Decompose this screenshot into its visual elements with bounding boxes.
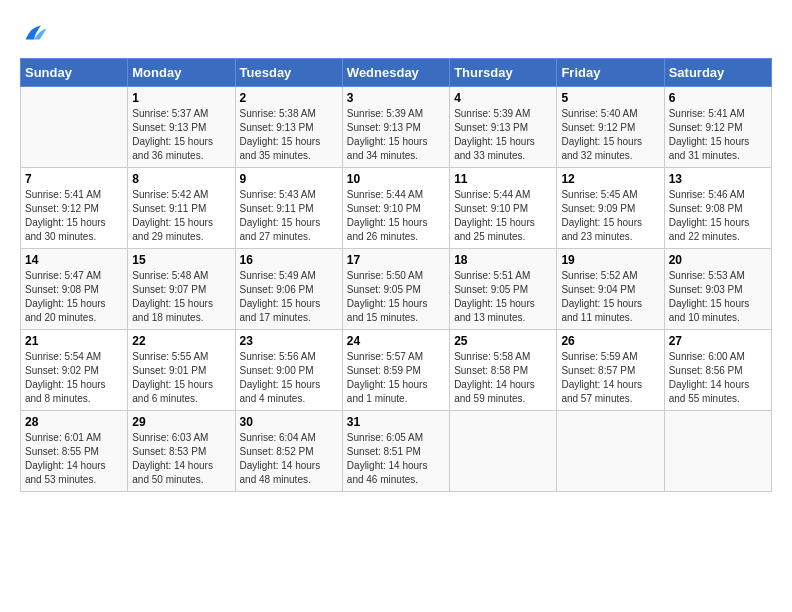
day-number: 23	[240, 334, 338, 348]
day-cell: 1Sunrise: 5:37 AM Sunset: 9:13 PM Daylig…	[128, 87, 235, 168]
day-info: Sunrise: 5:53 AM Sunset: 9:03 PM Dayligh…	[669, 269, 767, 325]
day-number: 17	[347, 253, 445, 267]
day-number: 14	[25, 253, 123, 267]
day-cell: 28Sunrise: 6:01 AM Sunset: 8:55 PM Dayli…	[21, 411, 128, 492]
day-cell: 13Sunrise: 5:46 AM Sunset: 9:08 PM Dayli…	[664, 168, 771, 249]
day-info: Sunrise: 5:50 AM Sunset: 9:05 PM Dayligh…	[347, 269, 445, 325]
day-number: 22	[132, 334, 230, 348]
day-info: Sunrise: 5:45 AM Sunset: 9:09 PM Dayligh…	[561, 188, 659, 244]
day-cell: 10Sunrise: 5:44 AM Sunset: 9:10 PM Dayli…	[342, 168, 449, 249]
day-number: 13	[669, 172, 767, 186]
logo	[20, 20, 52, 48]
day-cell: 27Sunrise: 6:00 AM Sunset: 8:56 PM Dayli…	[664, 330, 771, 411]
day-info: Sunrise: 5:39 AM Sunset: 9:13 PM Dayligh…	[454, 107, 552, 163]
day-cell: 30Sunrise: 6:04 AM Sunset: 8:52 PM Dayli…	[235, 411, 342, 492]
day-number: 8	[132, 172, 230, 186]
calendar-table: SundayMondayTuesdayWednesdayThursdayFrid…	[20, 58, 772, 492]
day-number: 3	[347, 91, 445, 105]
day-cell: 16Sunrise: 5:49 AM Sunset: 9:06 PM Dayli…	[235, 249, 342, 330]
day-info: Sunrise: 5:44 AM Sunset: 9:10 PM Dayligh…	[454, 188, 552, 244]
day-cell: 22Sunrise: 5:55 AM Sunset: 9:01 PM Dayli…	[128, 330, 235, 411]
day-info: Sunrise: 5:49 AM Sunset: 9:06 PM Dayligh…	[240, 269, 338, 325]
day-number: 10	[347, 172, 445, 186]
day-number: 11	[454, 172, 552, 186]
day-number: 9	[240, 172, 338, 186]
day-info: Sunrise: 5:48 AM Sunset: 9:07 PM Dayligh…	[132, 269, 230, 325]
day-info: Sunrise: 6:05 AM Sunset: 8:51 PM Dayligh…	[347, 431, 445, 487]
weekday-header-monday: Monday	[128, 59, 235, 87]
day-number: 30	[240, 415, 338, 429]
day-info: Sunrise: 5:54 AM Sunset: 9:02 PM Dayligh…	[25, 350, 123, 406]
day-info: Sunrise: 5:55 AM Sunset: 9:01 PM Dayligh…	[132, 350, 230, 406]
weekday-header-tuesday: Tuesday	[235, 59, 342, 87]
day-cell: 21Sunrise: 5:54 AM Sunset: 9:02 PM Dayli…	[21, 330, 128, 411]
day-info: Sunrise: 5:41 AM Sunset: 9:12 PM Dayligh…	[669, 107, 767, 163]
day-number: 21	[25, 334, 123, 348]
day-number: 27	[669, 334, 767, 348]
header	[20, 20, 772, 48]
logo-bird-icon	[20, 20, 48, 48]
day-number: 29	[132, 415, 230, 429]
day-number: 15	[132, 253, 230, 267]
day-info: Sunrise: 5:39 AM Sunset: 9:13 PM Dayligh…	[347, 107, 445, 163]
day-number: 26	[561, 334, 659, 348]
day-number: 1	[132, 91, 230, 105]
day-info: Sunrise: 6:01 AM Sunset: 8:55 PM Dayligh…	[25, 431, 123, 487]
week-row-5: 28Sunrise: 6:01 AM Sunset: 8:55 PM Dayli…	[21, 411, 772, 492]
day-number: 25	[454, 334, 552, 348]
day-cell: 31Sunrise: 6:05 AM Sunset: 8:51 PM Dayli…	[342, 411, 449, 492]
day-info: Sunrise: 5:58 AM Sunset: 8:58 PM Dayligh…	[454, 350, 552, 406]
day-info: Sunrise: 5:59 AM Sunset: 8:57 PM Dayligh…	[561, 350, 659, 406]
day-cell: 4Sunrise: 5:39 AM Sunset: 9:13 PM Daylig…	[450, 87, 557, 168]
day-cell	[664, 411, 771, 492]
day-number: 4	[454, 91, 552, 105]
day-number: 28	[25, 415, 123, 429]
day-info: Sunrise: 5:47 AM Sunset: 9:08 PM Dayligh…	[25, 269, 123, 325]
day-number: 6	[669, 91, 767, 105]
day-number: 24	[347, 334, 445, 348]
day-cell: 11Sunrise: 5:44 AM Sunset: 9:10 PM Dayli…	[450, 168, 557, 249]
day-cell: 20Sunrise: 5:53 AM Sunset: 9:03 PM Dayli…	[664, 249, 771, 330]
day-cell: 25Sunrise: 5:58 AM Sunset: 8:58 PM Dayli…	[450, 330, 557, 411]
week-row-1: 1Sunrise: 5:37 AM Sunset: 9:13 PM Daylig…	[21, 87, 772, 168]
day-info: Sunrise: 6:03 AM Sunset: 8:53 PM Dayligh…	[132, 431, 230, 487]
weekday-header-wednesday: Wednesday	[342, 59, 449, 87]
day-cell: 7Sunrise: 5:41 AM Sunset: 9:12 PM Daylig…	[21, 168, 128, 249]
day-number: 7	[25, 172, 123, 186]
day-number: 19	[561, 253, 659, 267]
day-info: Sunrise: 5:43 AM Sunset: 9:11 PM Dayligh…	[240, 188, 338, 244]
day-number: 5	[561, 91, 659, 105]
day-cell: 3Sunrise: 5:39 AM Sunset: 9:13 PM Daylig…	[342, 87, 449, 168]
day-info: Sunrise: 5:51 AM Sunset: 9:05 PM Dayligh…	[454, 269, 552, 325]
week-row-3: 14Sunrise: 5:47 AM Sunset: 9:08 PM Dayli…	[21, 249, 772, 330]
day-info: Sunrise: 5:41 AM Sunset: 9:12 PM Dayligh…	[25, 188, 123, 244]
day-info: Sunrise: 5:52 AM Sunset: 9:04 PM Dayligh…	[561, 269, 659, 325]
week-row-2: 7Sunrise: 5:41 AM Sunset: 9:12 PM Daylig…	[21, 168, 772, 249]
day-info: Sunrise: 5:57 AM Sunset: 8:59 PM Dayligh…	[347, 350, 445, 406]
day-number: 18	[454, 253, 552, 267]
day-info: Sunrise: 5:44 AM Sunset: 9:10 PM Dayligh…	[347, 188, 445, 244]
weekday-header-friday: Friday	[557, 59, 664, 87]
day-cell	[557, 411, 664, 492]
calendar-header: SundayMondayTuesdayWednesdayThursdayFrid…	[21, 59, 772, 87]
day-cell: 18Sunrise: 5:51 AM Sunset: 9:05 PM Dayli…	[450, 249, 557, 330]
day-cell: 9Sunrise: 5:43 AM Sunset: 9:11 PM Daylig…	[235, 168, 342, 249]
day-cell: 26Sunrise: 5:59 AM Sunset: 8:57 PM Dayli…	[557, 330, 664, 411]
day-cell: 23Sunrise: 5:56 AM Sunset: 9:00 PM Dayli…	[235, 330, 342, 411]
day-cell: 12Sunrise: 5:45 AM Sunset: 9:09 PM Dayli…	[557, 168, 664, 249]
weekday-row: SundayMondayTuesdayWednesdayThursdayFrid…	[21, 59, 772, 87]
day-cell: 24Sunrise: 5:57 AM Sunset: 8:59 PM Dayli…	[342, 330, 449, 411]
day-cell: 14Sunrise: 5:47 AM Sunset: 9:08 PM Dayli…	[21, 249, 128, 330]
day-cell: 29Sunrise: 6:03 AM Sunset: 8:53 PM Dayli…	[128, 411, 235, 492]
day-cell: 2Sunrise: 5:38 AM Sunset: 9:13 PM Daylig…	[235, 87, 342, 168]
day-cell	[21, 87, 128, 168]
day-cell: 17Sunrise: 5:50 AM Sunset: 9:05 PM Dayli…	[342, 249, 449, 330]
day-number: 2	[240, 91, 338, 105]
day-cell: 19Sunrise: 5:52 AM Sunset: 9:04 PM Dayli…	[557, 249, 664, 330]
weekday-header-thursday: Thursday	[450, 59, 557, 87]
day-number: 31	[347, 415, 445, 429]
day-cell: 15Sunrise: 5:48 AM Sunset: 9:07 PM Dayli…	[128, 249, 235, 330]
day-cell: 5Sunrise: 5:40 AM Sunset: 9:12 PM Daylig…	[557, 87, 664, 168]
calendar-body: 1Sunrise: 5:37 AM Sunset: 9:13 PM Daylig…	[21, 87, 772, 492]
day-number: 20	[669, 253, 767, 267]
